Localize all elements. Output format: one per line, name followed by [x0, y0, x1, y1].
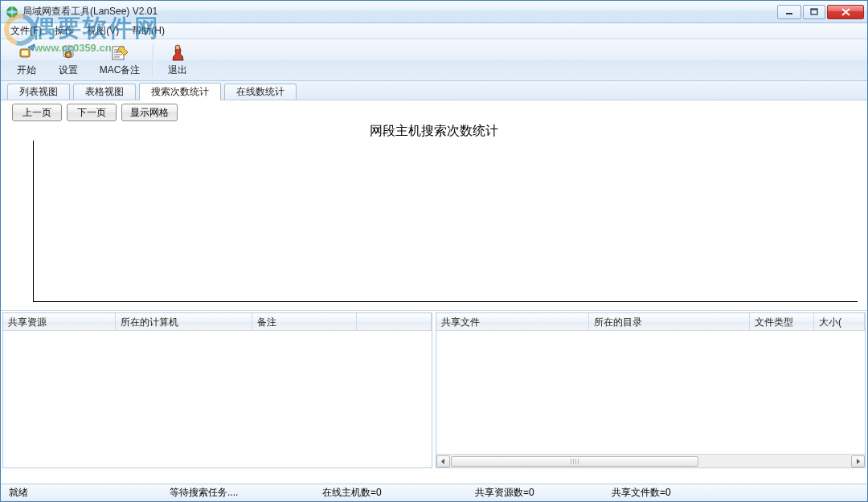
- right-table-body[interactable]: [436, 331, 865, 454]
- note-icon: [110, 43, 129, 62]
- tab-bar: 列表视图 表格视图 搜索次数统计 在线数统计: [1, 81, 867, 100]
- chart-y-axis: [33, 141, 34, 302]
- menu-bar: 文件(F) 操作 视图(V) 帮助(H): [1, 23, 867, 39]
- title-bar: 局域网查看工具(LanSee) V2.01: [1, 1, 867, 23]
- menu-operate[interactable]: 操作: [48, 22, 80, 39]
- svg-rect-5: [22, 51, 28, 55]
- scroll-track[interactable]: [451, 455, 850, 467]
- tab-grid-view[interactable]: 表格视图: [73, 84, 136, 100]
- exit-icon: [168, 43, 187, 62]
- toolbar-mac-memo-label: MAC备注: [100, 63, 141, 77]
- prev-page-button[interactable]: 上一页: [12, 104, 62, 121]
- status-ready: 就绪: [1, 484, 162, 501]
- page-bar: 上一页 下一页 显示网格: [4, 102, 864, 123]
- close-button[interactable]: [827, 5, 864, 19]
- app-icon: [6, 6, 18, 18]
- svg-point-11: [175, 45, 180, 50]
- toolbar-settings-label: 设置: [59, 63, 78, 77]
- svg-point-8: [68, 54, 70, 56]
- maximize-button[interactable]: [803, 5, 825, 19]
- status-share-files: 共享文件数=0: [604, 484, 867, 501]
- toolbar: 开始 设置 MAC备注 退出: [1, 39, 867, 81]
- tab-search-count[interactable]: 搜索次数统计: [139, 83, 221, 100]
- scroll-left-button[interactable]: [436, 455, 450, 467]
- lower-panels: 共享资源 所在的计算机 备注 共享文件 所在的目录 文件类型 大小(: [1, 311, 867, 470]
- chart-title: 网段主机搜索次数统计: [370, 123, 498, 140]
- toolbar-start[interactable]: 开始: [6, 42, 47, 79]
- col-remark[interactable]: 备注: [252, 313, 357, 330]
- window-title: 局域网查看工具(LanSee) V2.01: [23, 5, 777, 18]
- chart-x-axis: [33, 301, 858, 302]
- share-resource-panel: 共享资源 所在的计算机 备注: [2, 312, 432, 468]
- main-content: 上一页 下一页 显示网格 网段主机搜索次数统计 共享资源 所在的计算机 备注: [1, 100, 867, 484]
- col-host[interactable]: 所在的计算机: [116, 313, 252, 330]
- menu-help[interactable]: 帮助(H): [125, 22, 171, 39]
- toolbar-settings[interactable]: 设置: [47, 42, 89, 79]
- play-icon: [17, 43, 36, 62]
- menu-file[interactable]: 文件(F): [4, 22, 48, 39]
- status-bar: 就绪 等待搜索任务.... 在线主机数=0 共享资源数=0 共享文件数=0: [1, 484, 867, 501]
- tab-online-count[interactable]: 在线数统计: [224, 84, 297, 100]
- toolbar-separator: [153, 44, 154, 76]
- gear-icon: [59, 43, 78, 62]
- h-scrollbar[interactable]: [436, 454, 865, 467]
- svg-rect-9: [65, 47, 72, 51]
- col-dir[interactable]: 所在的目录: [589, 313, 750, 330]
- col-size[interactable]: 大小(: [814, 313, 865, 330]
- toolbar-exit-label: 退出: [168, 63, 187, 77]
- col-share-res[interactable]: 共享资源: [3, 313, 116, 330]
- scroll-thumb[interactable]: [451, 456, 698, 467]
- status-waiting: 等待搜索任务....: [162, 484, 314, 501]
- tab-list-view[interactable]: 列表视图: [7, 84, 70, 100]
- chart-area: 网段主机搜索次数统计: [4, 123, 864, 310]
- col-file-type[interactable]: 文件类型: [750, 313, 814, 330]
- col-share-file[interactable]: 共享文件: [436, 313, 589, 330]
- left-table-header: 共享资源 所在的计算机 备注: [3, 313, 432, 331]
- next-page-button[interactable]: 下一页: [67, 104, 117, 121]
- show-grid-button[interactable]: 显示网格: [121, 104, 178, 121]
- left-table-body[interactable]: [3, 331, 432, 467]
- status-share-res: 共享资源数=0: [467, 484, 604, 501]
- right-table-header: 共享文件 所在的目录 文件类型 大小(: [436, 313, 865, 331]
- col-blank-left[interactable]: [357, 313, 432, 330]
- menu-view[interactable]: 视图(V): [80, 22, 125, 39]
- toolbar-mac-memo[interactable]: MAC备注: [89, 42, 150, 79]
- share-file-panel: 共享文件 所在的目录 文件类型 大小(: [436, 312, 866, 468]
- scroll-right-button[interactable]: [851, 455, 865, 467]
- toolbar-start-label: 开始: [17, 63, 36, 77]
- toolbar-exit[interactable]: 退出: [157, 42, 199, 79]
- minimize-button[interactable]: [777, 5, 801, 19]
- chart-panel: 上一页 下一页 显示网格 网段主机搜索次数统计: [1, 100, 867, 311]
- status-online-hosts: 在线主机数=0: [314, 484, 467, 501]
